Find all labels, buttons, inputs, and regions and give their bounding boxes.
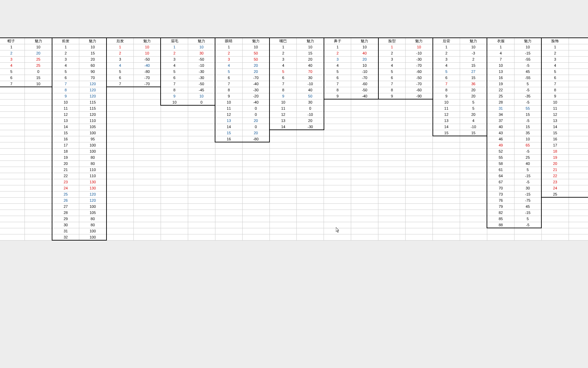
- cell-value[interactable]: [351, 197, 378, 203]
- cell-index[interactable]: 5: [270, 68, 297, 75]
- cell-value[interactable]: -40: [134, 62, 161, 68]
- cell-value[interactable]: -10: [297, 111, 324, 118]
- cell-index[interactable]: [433, 142, 460, 148]
- cell-index[interactable]: [541, 222, 569, 228]
- cell-value[interactable]: [569, 203, 588, 210]
- cell-value[interactable]: [242, 167, 270, 173]
- cell-index[interactable]: [107, 203, 134, 210]
- cell-index[interactable]: [161, 167, 188, 173]
- cell-index[interactable]: 15: [433, 130, 460, 136]
- cell-index[interactable]: [161, 197, 188, 203]
- cell-value[interactable]: 10: [25, 81, 52, 87]
- cell-index[interactable]: 16: [541, 136, 569, 142]
- cell-index[interactable]: 13: [270, 118, 297, 124]
- cell-value[interactable]: -55: [514, 56, 541, 62]
- cell-value[interactable]: [134, 105, 161, 111]
- cell-index[interactable]: [270, 197, 297, 203]
- cell-index[interactable]: [324, 130, 351, 136]
- cell-value[interactable]: 10: [188, 44, 215, 50]
- cell-value[interactable]: [188, 136, 215, 142]
- cell-value[interactable]: [297, 228, 324, 234]
- cell-value[interactable]: [514, 234, 541, 240]
- cell-index[interactable]: 76: [487, 197, 514, 203]
- cell-value[interactable]: 120: [79, 111, 107, 118]
- cell-value[interactable]: [242, 142, 270, 148]
- cell-value[interactable]: [297, 216, 324, 222]
- cell-value[interactable]: 0: [25, 68, 52, 75]
- cell-value[interactable]: [406, 142, 433, 148]
- cell-value[interactable]: [569, 191, 588, 197]
- cell-index[interactable]: 9: [433, 93, 460, 99]
- cell-value[interactable]: [297, 203, 324, 210]
- cell-value[interactable]: -10: [351, 68, 378, 75]
- cell-index[interactable]: [433, 160, 460, 167]
- cell-index[interactable]: [0, 191, 25, 197]
- cell-value[interactable]: [25, 173, 52, 179]
- cell-value[interactable]: [134, 234, 161, 240]
- cell-value[interactable]: [351, 203, 378, 210]
- cell-index[interactable]: [378, 105, 406, 111]
- cell-value[interactable]: [406, 228, 433, 234]
- cell-value[interactable]: [569, 167, 588, 173]
- cell-value[interactable]: [406, 203, 433, 210]
- cell-index[interactable]: 31: [487, 105, 514, 111]
- cell-index[interactable]: [378, 185, 406, 191]
- cell-index[interactable]: [433, 136, 460, 142]
- cell-index[interactable]: [378, 118, 406, 124]
- cell-index[interactable]: [0, 118, 25, 124]
- cell-index[interactable]: [215, 203, 242, 210]
- cell-value[interactable]: [188, 210, 215, 216]
- cell-value[interactable]: -50: [351, 87, 378, 93]
- cell-value[interactable]: 30: [514, 185, 541, 191]
- cell-index[interactable]: 6: [52, 75, 79, 81]
- cell-value[interactable]: 45: [514, 68, 541, 75]
- cell-index[interactable]: [161, 210, 188, 216]
- cell-value[interactable]: [134, 185, 161, 191]
- cell-index[interactable]: 16: [487, 75, 514, 81]
- cell-value[interactable]: 5: [460, 99, 487, 105]
- cell-value[interactable]: [569, 160, 588, 167]
- cell-value[interactable]: 100: [79, 228, 107, 234]
- cell-index[interactable]: [270, 222, 297, 228]
- cell-index[interactable]: [161, 173, 188, 179]
- cell-value[interactable]: [242, 173, 270, 179]
- cell-value[interactable]: [134, 124, 161, 130]
- cell-index[interactable]: [270, 142, 297, 148]
- cell-index[interactable]: [433, 222, 460, 228]
- cell-index[interactable]: [0, 124, 25, 130]
- cell-value[interactable]: [25, 124, 52, 130]
- cell-index[interactable]: [161, 234, 188, 240]
- cell-index[interactable]: [161, 160, 188, 167]
- cell-index[interactable]: 3: [215, 56, 242, 62]
- cell-value[interactable]: 100: [79, 130, 107, 136]
- cell-value[interactable]: 80: [79, 160, 107, 167]
- cell-value[interactable]: -60: [406, 68, 433, 75]
- cell-value[interactable]: [242, 222, 270, 228]
- cell-index[interactable]: 2: [541, 50, 569, 56]
- cell-value[interactable]: -30: [242, 87, 270, 93]
- cell-value[interactable]: 115: [79, 99, 107, 105]
- cell-value[interactable]: [188, 234, 215, 240]
- cell-value[interactable]: [188, 216, 215, 222]
- cell-index[interactable]: [107, 160, 134, 167]
- cell-index[interactable]: 5: [107, 68, 134, 75]
- cell-index[interactable]: 3: [541, 56, 569, 62]
- cell-value[interactable]: 25: [25, 56, 52, 62]
- cell-index[interactable]: 1: [52, 44, 79, 50]
- cell-index[interactable]: 5: [433, 68, 460, 75]
- cell-value[interactable]: [351, 160, 378, 167]
- cell-value[interactable]: [351, 148, 378, 154]
- cell-value[interactable]: -15: [514, 191, 541, 197]
- cell-value[interactable]: [188, 185, 215, 191]
- cell-index[interactable]: [107, 228, 134, 234]
- cell-value[interactable]: [351, 216, 378, 222]
- cell-index[interactable]: [324, 136, 351, 142]
- cell-value[interactable]: -40: [242, 81, 270, 87]
- cell-index[interactable]: 14: [215, 124, 242, 130]
- cell-value[interactable]: -30: [406, 56, 433, 62]
- cell-value[interactable]: -35: [514, 93, 541, 99]
- cell-value[interactable]: [25, 203, 52, 210]
- cell-index[interactable]: 2: [324, 50, 351, 56]
- cell-value[interactable]: 0: [242, 124, 270, 130]
- cell-value[interactable]: [460, 136, 487, 142]
